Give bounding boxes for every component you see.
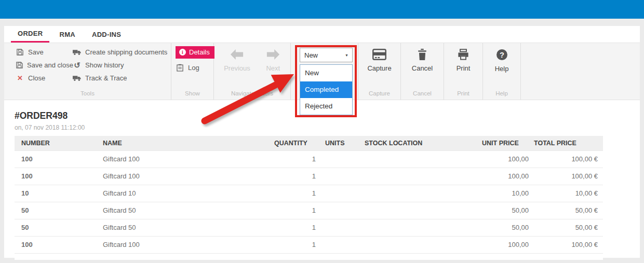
track-and-trace-button[interactable]: Track & Trace [73, 73, 167, 82]
column-header-unit-price: UNIT PRICE [482, 136, 534, 150]
column-header-name: NAME [103, 136, 274, 150]
table-header-row: NUMBER NAME QUANTITY UNITS STOCK LOCATIO… [15, 136, 603, 150]
cell-name: Giftcard 100 [103, 150, 274, 168]
cell-quantity: 1 [274, 150, 321, 168]
status-dropdown[interactable]: New ▼ [300, 48, 353, 62]
ribbon-filler [521, 43, 640, 100]
print-group-label: Print [444, 90, 482, 96]
ribbon-group-capture: Capture Capture [358, 43, 401, 100]
history-undo-icon: ↺ [73, 61, 82, 69]
log-button[interactable]: Log [176, 63, 213, 72]
arrow-right-icon [266, 49, 280, 62]
capture-label: Capture [367, 64, 391, 72]
cell-stock-location [363, 150, 482, 168]
print-label: Print [457, 64, 471, 72]
details-label: Details [189, 48, 210, 56]
log-label: Log [188, 64, 199, 72]
close-label: Close [28, 74, 45, 82]
save-and-close-button[interactable]: Save and close [16, 60, 73, 70]
column-header-quantity: QUANTITY [274, 136, 321, 150]
printer-icon [457, 49, 469, 62]
create-shipping-documents-button[interactable]: Create shipping documents [73, 47, 167, 57]
show-group-label: Show [171, 90, 213, 96]
close-button[interactable]: ✕ Close [16, 73, 73, 82]
close-x-icon: ✕ [16, 74, 24, 82]
tab-add-ins[interactable]: ADD-INS [85, 26, 128, 43]
cell-number: 10 [15, 185, 103, 202]
cancel-label: Cancel [412, 64, 433, 72]
tab-rma[interactable]: RMA [52, 26, 82, 43]
cell-unit-price: 100,00 [482, 236, 534, 253]
order-lines-table: NUMBER NAME QUANTITY UNITS STOCK LOCATIO… [15, 136, 603, 260]
cell-name: Giftcard 50 [103, 219, 274, 236]
cell-number: 100 [15, 150, 103, 168]
cell-number: 50 [15, 219, 103, 236]
status-option-rejected[interactable]: Rejected [300, 98, 352, 115]
table-row[interactable]: 10 Giftcard 10 1 10,00 10,00 € [15, 185, 603, 202]
cell-name: Giftcard 50 [103, 202, 274, 219]
cell-stock-location [363, 185, 482, 202]
arrow-left-icon [230, 49, 244, 62]
status-option-completed[interactable]: Completed [300, 81, 352, 98]
card-terminal-icon [372, 49, 386, 62]
ribbon-group-navigate: Previous Next Navigate orders [214, 43, 291, 100]
help-group-label: Help [483, 90, 520, 96]
cell-name: Giftcard 10 [103, 185, 274, 202]
ribbon-group-print: Print Print [444, 43, 483, 100]
cell-total-price: 100,00 € [534, 168, 603, 185]
cell-name: Giftcard 100 [103, 168, 274, 185]
svg-text:?: ? [500, 51, 504, 59]
app-titlebar [0, 0, 644, 19]
help-label: Help [495, 65, 509, 73]
details-button[interactable]: i Details [176, 46, 214, 59]
ribbon-group-tools: Save Save and close ✕ Close Create shipp… [4, 43, 171, 100]
column-header-units: UNITS [321, 136, 363, 150]
cancel-group-label: Cancel [401, 90, 444, 96]
cell-stock-location [363, 236, 482, 253]
cell-unit-price: 50,00 [482, 202, 534, 219]
cell-name: Giftcard 100 [103, 236, 274, 253]
cell-units [321, 219, 363, 236]
truck-icon [73, 75, 82, 81]
info-icon: i [179, 49, 186, 56]
status-dropdown-list: NewCompletedRejected [300, 64, 353, 115]
floppy-icon [16, 61, 23, 69]
cell-number: 50 [15, 202, 103, 219]
save-button[interactable]: Save [16, 47, 73, 57]
table-row[interactable]: 100 Giftcard 100 1 100,00 100,00 € [15, 150, 603, 168]
cell-total-price: 10,00 € [534, 185, 603, 202]
cell-quantity: 1 [274, 219, 321, 236]
help-question-icon: ? [496, 49, 508, 62]
next-label: Next [266, 64, 280, 72]
save-label: Save [28, 48, 44, 56]
save-and-close-label: Save and close [27, 61, 73, 69]
cell-quantity: 1 [274, 168, 321, 185]
ribbon-group-help: ? Help Help [483, 43, 521, 100]
truck-icon [73, 49, 82, 56]
table-row[interactable]: 50 Giftcard 50 1 50,00 50,00 € [15, 219, 603, 236]
ribbon-tabstrip: ORDER RMA ADD-INS [4, 26, 640, 43]
cell-unit-price: 100,00 [482, 150, 534, 168]
cell-stock-location [363, 202, 482, 219]
ribbon-group-show: i Details Log Show [171, 43, 214, 100]
order-date: on, 07 nov 2018 11:12:00 [15, 124, 640, 131]
tab-order[interactable]: ORDER [11, 26, 49, 43]
show-history-button[interactable]: ↺ Show history [73, 60, 167, 70]
status-option-new[interactable]: New [300, 65, 352, 81]
tools-group-label: Tools [4, 90, 171, 96]
table-row[interactable]: 100 Giftcard 100 1 100,00 100,00 € [15, 236, 603, 253]
log-clipboard-icon [176, 64, 184, 72]
floppy-icon [16, 48, 24, 56]
column-header-total-price: TOTAL PRICE [534, 136, 603, 150]
column-header-number: NUMBER [15, 136, 103, 150]
cell-unit-price: 10,00 [482, 185, 534, 202]
cell-number: 100 [15, 236, 103, 253]
table-row[interactable]: 100 Giftcard 100 1 100,00 100,00 € [15, 168, 603, 185]
cell-quantity: 1 [274, 236, 321, 253]
cell-unit-price: 50,00 [482, 219, 534, 236]
order-content: #ORDER498 on, 07 nov 2018 11:12:00 NUMBE… [4, 100, 640, 260]
cell-total-price: 50,00 € [534, 219, 603, 236]
previous-label: Previous [224, 64, 250, 72]
table-row[interactable]: 50 Giftcard 50 1 50,00 50,00 € [15, 202, 603, 219]
create-shipping-documents-label: Create shipping documents [85, 48, 167, 56]
